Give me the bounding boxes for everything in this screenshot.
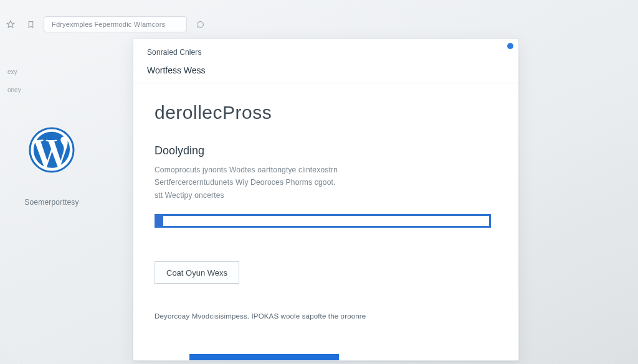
sidebar-item[interactable]: exy	[2, 68, 101, 75]
progress-fill	[156, 216, 163, 226]
main-card: Sonraied Cnlers Wortfess Wess derollecPr…	[133, 39, 519, 361]
description-line: Sertfercercerntudunets Wiy Deoroces Phor…	[155, 176, 497, 189]
bookmark-icon[interactable]	[24, 17, 37, 31]
bottom-progress-strip	[189, 354, 339, 360]
close-icon[interactable]	[507, 43, 513, 49]
description-line: stt Wectipy oncertes	[155, 189, 497, 202]
sidebar-item[interactable]: oney	[2, 86, 101, 93]
sidebar: exy oney Soemerporttesy	[0, 44, 112, 207]
url-field[interactable]: Fdryexmples Fepermodic Wlamcors	[44, 16, 187, 32]
primary-button[interactable]: Coat Oyun Wexs	[155, 261, 239, 284]
progress-bar	[155, 214, 491, 228]
window-title: Wortfess Wess	[133, 57, 518, 83]
wordpress-logo	[29, 127, 75, 173]
footer-note: Deyorcoay Mvodcisisimpess. IPOKAS woole …	[155, 312, 497, 320]
description-line: Comoprocuts jynonts Wodtes oarttongtye c…	[155, 164, 497, 176]
browser-toolbar: Fdryexmples Fepermodic Wlamcors	[0, 15, 638, 34]
reload-icon[interactable]	[193, 17, 207, 31]
svg-marker-0	[7, 21, 14, 27]
section-heading: Doolyding	[155, 144, 497, 157]
star-icon[interactable]	[4, 17, 17, 31]
page-title: derollecPross	[155, 102, 497, 123]
breadcrumb: Sonraied Cnlers	[133, 39, 518, 57]
url-text: Fdryexmples Fepermodic Wlamcors	[52, 21, 165, 28]
sidebar-selected-label[interactable]: Soemerporttesy	[24, 198, 79, 207]
